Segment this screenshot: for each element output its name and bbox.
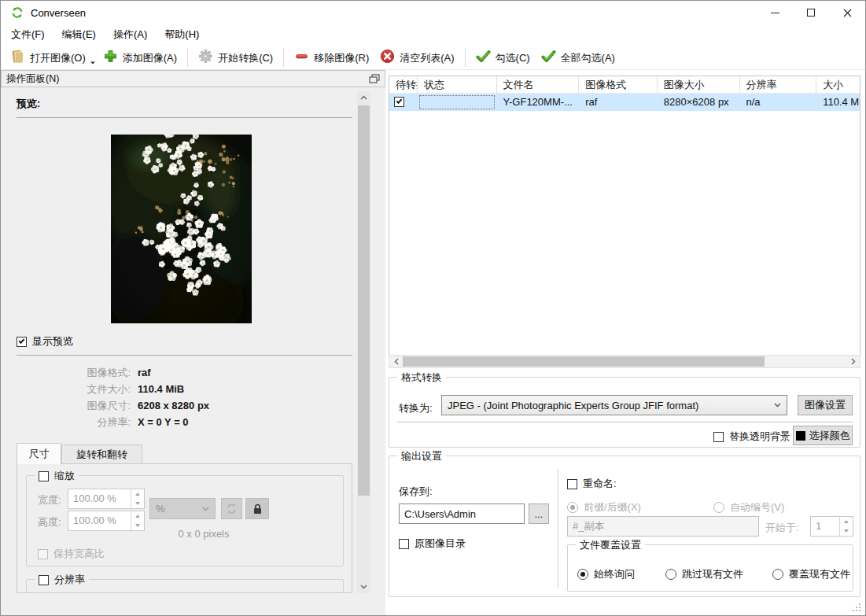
row-format-cell: raf <box>579 94 658 111</box>
pick-color-button[interactable]: 选择颜色 <box>793 426 853 445</box>
info-row-filesize: 文件大小: 110.4 MiB <box>32 381 209 397</box>
replace-bg-label: 替换透明背景 <box>729 430 790 444</box>
check-button[interactable]: 勾选(C) <box>470 46 536 68</box>
scroll-up-arrow[interactable] <box>357 91 370 104</box>
col-header-format[interactable]: 图像格式 <box>579 76 658 94</box>
rename-label: 重命名: <box>583 477 617 491</box>
checkbox-box <box>38 549 48 559</box>
save-path-input[interactable]: C:\Users\Admin <box>399 503 525 524</box>
tab-rotate-flip[interactable]: 旋转和翻转 <box>61 444 142 464</box>
col-header-filename[interactable]: 文件名 <box>497 76 580 94</box>
ask-always-radio[interactable]: 始终询问 <box>577 567 635 581</box>
height-spinner[interactable]: 100.00 % <box>68 511 145 531</box>
converseen-window: Converseen 文件(F) 编辑(E) 操作(A) 帮助(H) 打开图像(… <box>0 0 866 616</box>
scroll-left-arrow[interactable] <box>389 356 403 367</box>
image-settings-button[interactable]: 图像设置 <box>798 395 853 415</box>
format-conversion-group: 格式转换 转换为: JPEG - (Joint Photographic Exp… <box>389 377 860 448</box>
table-row[interactable]: Y-GF120MM-... raf 8280×6208 px n/a 110.4… <box>389 94 860 111</box>
open-images-button[interactable]: 打开图像(O) <box>5 46 91 68</box>
start-at-label: 开始于: <box>765 521 799 535</box>
overwrite-settings-group: 文件覆盖设置 始终询问 跳过现有文件 覆盖现有文件 <box>567 544 853 592</box>
radio-circle <box>567 502 578 513</box>
actions-panel-title: 操作面板(N) <box>6 72 59 86</box>
menu-actions[interactable]: 操作(A) <box>105 25 156 44</box>
source-dir-checkbox[interactable]: 原图像目录 <box>399 537 466 551</box>
scrollbar-thumb[interactable] <box>358 105 370 496</box>
start-at-spinner[interactable]: 1 <box>810 516 853 537</box>
open-folder-icon <box>10 49 25 64</box>
row-filename-cell: Y-GF120MM-... <box>497 94 580 111</box>
unit-combobox[interactable]: % <box>149 498 216 519</box>
row-size-cell: 110.4 MiB <box>816 94 860 111</box>
col-header-resolution[interactable]: 分辨率 <box>740 76 817 94</box>
rename-checkbox[interactable]: 重命名: <box>567 477 617 491</box>
overwrite-group-title: 文件覆盖设置 <box>576 538 645 552</box>
format-combobox[interactable]: JPEG - (Joint Photographic Experts Group… <box>441 395 787 415</box>
resize-grip[interactable] <box>852 603 860 611</box>
close-button[interactable] <box>829 1 865 24</box>
float-panel-icon[interactable] <box>369 74 380 83</box>
clear-list-button[interactable]: 清空列表(A) <box>374 46 459 68</box>
table-hscrollbar[interactable] <box>389 355 860 368</box>
scroll-right-arrow[interactable] <box>846 356 860 367</box>
replace-transparent-bg-checkbox[interactable]: 替换透明背景 <box>713 430 790 444</box>
start-conversion-button[interactable]: 开始转换(C) <box>193 46 278 68</box>
overwrite-existing-radio[interactable]: 覆盖现有文件 <box>772 567 850 581</box>
swap-dimensions-button[interactable] <box>221 498 242 519</box>
keep-aspect-label: 保持宽高比 <box>53 547 105 561</box>
col-header-size[interactable]: 大小 <box>816 76 860 94</box>
open-images-label: 打开图像(O) <box>30 52 86 64</box>
preview-image <box>111 135 252 323</box>
lock-aspect-button[interactable] <box>245 498 269 519</box>
tab-size[interactable]: 尺寸 <box>17 443 61 464</box>
resolution-checkbox[interactable] <box>39 575 49 585</box>
width-label: 宽度: <box>38 493 61 507</box>
width-spinner[interactable]: 100.00 % <box>68 489 145 509</box>
scroll-down-arrow[interactable] <box>357 581 370 593</box>
remove-images-button[interactable]: 移除图像(R) <box>289 46 374 68</box>
remove-minus-icon <box>294 49 309 64</box>
maximize-button[interactable] <box>793 1 829 24</box>
open-images-dropdown-arrow[interactable] <box>90 62 95 65</box>
menu-file[interactable]: 文件(F) <box>2 25 53 44</box>
row-checkbox[interactable] <box>394 97 404 107</box>
col-header-dimensions[interactable]: 图像大小 <box>658 76 740 94</box>
menu-help[interactable]: 帮助(H) <box>156 25 208 44</box>
scale-checkbox[interactable] <box>39 471 49 481</box>
close-icon <box>843 9 852 17</box>
row-convert-cell <box>389 94 418 111</box>
refresh-icon <box>226 503 238 515</box>
divider <box>397 422 853 422</box>
row-dimensions-cell: 8280×6208 px <box>658 94 740 111</box>
convert-to-label: 转换为: <box>399 401 433 415</box>
divider <box>17 355 352 356</box>
scrollbar-thumb[interactable] <box>403 356 765 367</box>
row-status-cell <box>418 94 497 111</box>
start-conversion-label: 开始转换(C) <box>218 52 273 64</box>
clear-list-label: 清空列表(A) <box>400 52 454 64</box>
file-list-table: 待转换 状态 文件名 图像格式 图像大小 分辨率 大小 Y-GF120MM-..… <box>389 76 860 368</box>
check-all-button[interactable]: 全部勾选(A) <box>536 46 621 68</box>
add-images-button[interactable]: 添加图像(A) <box>98 46 182 68</box>
color-swatch <box>796 431 805 441</box>
rename-pattern-input[interactable]: #_副本 <box>567 516 759 537</box>
auto-number-radio[interactable]: 自动编号(V) <box>713 500 784 515</box>
prefix-suffix-radio[interactable]: 前缀/后缀(X) <box>567 500 641 515</box>
col-header-status[interactable]: 状态 <box>418 76 497 94</box>
minimize-button[interactable] <box>757 1 793 24</box>
spin-buttons[interactable] <box>839 517 853 536</box>
divider <box>17 117 352 118</box>
col-header-convert[interactable]: 待转换 <box>389 76 418 94</box>
menu-bar: 文件(F) 编辑(E) 操作(A) 帮助(H) <box>1 24 865 45</box>
resolution-group-title: 分辨率 <box>35 573 89 587</box>
menu-edit[interactable]: 编辑(E) <box>53 25 105 44</box>
browse-button[interactable]: ... <box>529 503 549 524</box>
size-tab-pane: 缩放 宽度: 100.00 % 高度: 100.00 % % <box>17 463 352 593</box>
check-icon <box>476 49 491 64</box>
show-preview-checkbox[interactable]: 显示预览 <box>17 334 73 349</box>
keep-aspect-checkbox[interactable]: 保持宽高比 <box>38 547 105 561</box>
spin-buttons[interactable] <box>131 489 144 508</box>
actions-panel-header: 操作面板(N) <box>1 70 385 87</box>
panel-scrollbar[interactable] <box>357 91 370 593</box>
skip-existing-radio[interactable]: 跳过现有文件 <box>665 567 743 581</box>
